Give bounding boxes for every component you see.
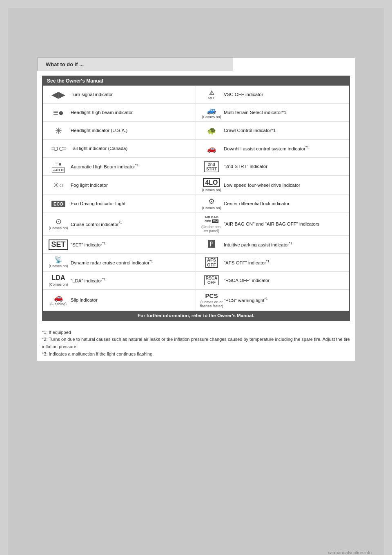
footnote-3: *3: Indicates a malfunction if the light… [42, 351, 350, 358]
slip-icon: 🚗 [54, 294, 63, 301]
lda-icon-cell: LDA (Comes on) [46, 274, 71, 286]
watermark: carmanualsonline.info [328, 550, 372, 555]
dynamic-radar-icon: 📡 [54, 257, 62, 263]
2nd-strt-icon: 2nd STRT [204, 161, 219, 172]
headlight-high-icon: ≡● [53, 108, 64, 117]
multi-terrain-icon: 🚙 [207, 107, 216, 114]
crawl-control-label: Crawl Control indicator*1 [224, 128, 346, 134]
4lo-icon-cell: 4LO (Comes on) [199, 178, 224, 192]
center-diff-icon-cell: ⚙ (Comes on) [199, 198, 224, 210]
multi-terrain-icon-cell: 🚙 (Comes on) [199, 107, 224, 119]
parking-assist-icon-cell: 🅿 [199, 241, 224, 248]
indicator-row: AFS OFF "AFS OFF" indicator*1 [196, 254, 349, 272]
indicator-row: ≡D C≡ Tail light indicator (Canada) [43, 140, 196, 158]
2nd-strt-icon-cell: 2nd STRT [199, 161, 224, 172]
downhill-icon-cell: 🚗 [199, 145, 224, 152]
rsca-off-icon: RSCA OFF [204, 275, 219, 285]
indicator-row: 🅿 Intuitive parking assist indicator*1 [196, 236, 349, 254]
section-title: See the Owner's Manual [43, 76, 349, 85]
lda-label: "LDA" indicator*1 [71, 277, 192, 284]
vsc-off-icon: ⚠ OFF [208, 90, 215, 100]
4lo-icon: 4LO [203, 178, 220, 187]
indicator-row: ✳ Headlight indicator (U.S.A.) [43, 122, 196, 140]
downhill-label: Downhill assist control system indicator… [224, 145, 346, 152]
set-icon-cell: SET [46, 239, 71, 250]
2nd-strt-label: "2nd STRT" indicator [224, 163, 346, 170]
indicator-row: 📡 (Comes on) Dynamic radar cruise contro… [43, 254, 196, 272]
multi-terrain-sub: (Comes on) [202, 115, 221, 119]
crawl-control-icon-cell: 🐢 [199, 127, 224, 134]
afs-off-icon: AFS OFF [205, 257, 218, 268]
tail-light-label: Tail light indicator (Canada) [71, 145, 192, 152]
airbag-icon: AIR BAG OFF ON [205, 215, 218, 224]
auto-high-beam-label: Automatic High Beam indicator*1 [71, 163, 192, 170]
indicator-row: ✳○ Fog light indicator [43, 176, 196, 195]
airbag-icon-cell: AIR BAG OFF ON (On the cen-ter panel) [199, 215, 224, 233]
header-tab-label: What to do if ... [46, 61, 84, 67]
turn-signal-icon-cell: ◀▶ [46, 90, 71, 99]
turn-signal-label: Turn signal indicator [71, 92, 192, 98]
fog-light-icon: ✳○ [53, 181, 64, 189]
indicator-row: ⊙ (Comes on) Cruise control indicator*1 [43, 213, 196, 236]
indicator-row: 🚗 Downhill assist control system indicat… [196, 140, 349, 158]
indicator-row: ◀▶ Turn signal indicator [43, 86, 196, 104]
parking-assist-label: Intuitive parking assist indicator*1 [224, 241, 346, 248]
cruise-icon-cell: ⊙ (Comes on) [46, 218, 71, 230]
vsc-off-label: VSC OFF indicator [224, 92, 346, 98]
headlight-high-icon-cell: ≡● [46, 108, 71, 117]
auto-high-beam-icon: ≡● [55, 161, 62, 167]
indicator-row: ≡● AUTO Automatic High Beam indicator*1 [43, 158, 196, 176]
lda-icon: LDA [52, 274, 65, 282]
indicator-row: ⚙ (Comes on) Center differential lock in… [196, 195, 349, 213]
airbag-label: "AIR BAG ON" and "AIR BAG OFF" indicator… [224, 221, 346, 227]
fog-light-icon-cell: ✳○ [46, 181, 71, 189]
multi-terrain-label: Multi-terrain Select indicator*1 [224, 110, 346, 116]
crawl-control-icon: 🐢 [207, 127, 216, 134]
afs-off-icon-cell: AFS OFF [199, 257, 224, 268]
indicator-row: 4LO (Comes on) Low speed four-wheel driv… [196, 176, 349, 195]
main-box: See the Owner's Manual ◀▶ Turn signal in… [42, 76, 350, 321]
cruise-icon: ⊙ [56, 218, 62, 225]
indicator-row: 🚙 (Comes on) Multi-terrain Select indica… [196, 104, 349, 122]
eco-icon-cell: ECO [46, 201, 71, 207]
rsca-off-icon-cell: RSCA OFF [199, 275, 224, 285]
pcs-icon: PCS [205, 292, 218, 299]
footnotes: *1: If equipped *2: Turns on due to natu… [37, 326, 355, 361]
footer-bar: For further information, refer to the Ow… [43, 311, 349, 320]
content-area: What to do if ... See the Owner's Manual… [37, 57, 355, 361]
eco-label: Eco Driving Indicator Light [71, 201, 192, 207]
section-title-text: See the Owner's Manual [47, 78, 103, 84]
set-label: "SET" indicator*1 [71, 241, 192, 248]
center-diff-label: Center differential lock indicator [224, 201, 346, 207]
indicator-row: ECO Eco Driving Indicator Light [43, 195, 196, 213]
pcs-label: "PCS" warning light*1 [224, 297, 346, 304]
tail-light-icon: ≡D C≡ [51, 146, 65, 152]
footnote-1: *1: If equipped [42, 329, 350, 336]
indicators-grid: ◀▶ Turn signal indicator ⚠ OFF VSC OFF i… [43, 85, 349, 311]
4lo-label: Low speed four-wheel drive indicator [224, 182, 346, 188]
indicator-row: ≡● Headlight high beam indicator [43, 104, 196, 122]
footer-text: For further information, refer to the Ow… [138, 313, 254, 318]
dynamic-radar-label: Dynamic radar cruise control indicator*1 [71, 259, 192, 266]
indicator-row: SET "SET" indicator*1 [43, 236, 196, 254]
indicator-row: LDA (Comes on) "LDA" indicator*1 [43, 272, 196, 290]
slip-icon-cell: 🚗 (Flashing) [46, 294, 71, 306]
tail-light-icon-cell: ≡D C≡ [46, 146, 71, 152]
rsca-off-label: "RSCA OFF" indicator [224, 278, 346, 284]
headlight-usa-icon: ✳ [55, 127, 62, 135]
indicator-row: 🚗 (Flashing) Slip indicator [43, 290, 196, 311]
indicator-row: 🐢 Crawl Control indicator*1 [196, 122, 349, 140]
slip-label: Slip indicator [71, 297, 192, 303]
headlight-usa-icon-cell: ✳ [46, 127, 71, 135]
afs-off-label: "AFS OFF" indicator*1 [224, 259, 346, 266]
indicator-row: PCS (Comes on orflashes faster) "PCS" wa… [196, 290, 349, 311]
indicator-row: RSCA OFF "RSCA OFF" indicator [196, 272, 349, 290]
auto-high-beam-icon-cell: ≡● AUTO [46, 161, 71, 172]
indicator-row: ⚠ OFF VSC OFF indicator [196, 86, 349, 104]
fog-light-label: Fog light indicator [71, 182, 192, 188]
cruise-label: Cruise control indicator*1 [71, 221, 192, 228]
indicator-row: 2nd STRT "2nd STRT" indicator [196, 158, 349, 176]
headlight-high-label: Headlight high beam indicator [71, 110, 192, 116]
page-background: What to do if ... See the Owner's Manual… [8, 8, 384, 555]
eco-icon: ECO [51, 201, 65, 207]
